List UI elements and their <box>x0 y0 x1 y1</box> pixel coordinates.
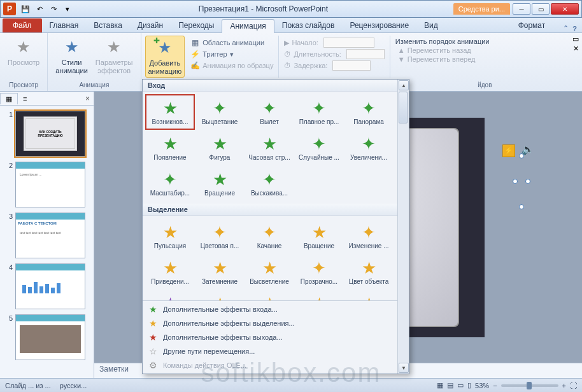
speaker-icon[interactable]: 🔈 <box>522 143 534 155</box>
close-panel-button[interactable]: × <box>82 94 94 103</box>
star-icon: ★ <box>260 259 279 278</box>
zoom-out-button[interactable]: − <box>493 382 497 389</box>
effect-grow-turn[interactable]: ✦Увеличени... <box>344 130 394 165</box>
effect-swivel[interactable]: ★Вращение <box>195 165 245 201</box>
tab-transitions[interactable]: Переходы <box>171 18 222 32</box>
more-exit-effects[interactable]: ★Дополнительные эффекты выхода... <box>143 330 409 344</box>
effect-bounce[interactable]: ✦Выскакива... <box>245 165 294 201</box>
effect-line-color[interactable]: ★Цвет линии <box>195 290 245 300</box>
effect-darken[interactable]: ★Затемнение <box>195 254 245 290</box>
effect-appear[interactable]: ★Возникнов... <box>145 94 195 130</box>
effect-object-color[interactable]: ★Цвет объекта <box>344 254 394 290</box>
duration-input[interactable] <box>346 49 385 59</box>
tab-insert[interactable]: Вставка <box>86 18 130 32</box>
help-icon[interactable]: ? <box>572 25 577 32</box>
delay-input[interactable] <box>332 60 371 71</box>
effect-wipe[interactable]: ★Появление <box>145 130 195 165</box>
tab-slideshow[interactable]: Показ слайдов <box>274 18 343 32</box>
zoom-level[interactable]: 53% <box>475 382 489 389</box>
effect-complementary[interactable]: ★Дополните... <box>145 290 195 300</box>
slides-tab[interactable]: ▦ <box>0 93 18 104</box>
scroll-down-button[interactable]: ▼ <box>399 363 409 373</box>
minimize-button[interactable]: ─ <box>513 3 530 15</box>
qat-customize-icon[interactable]: ▾ <box>62 3 73 15</box>
status-bar: Слайд ... из ... русски... ▦ ▤ ▭ ▯ 53% −… <box>0 378 582 392</box>
tab-view[interactable]: Вид <box>416 18 446 32</box>
effect-fly-in[interactable]: ✦Вылет <box>245 94 294 130</box>
star-icon: ✦ <box>309 135 329 154</box>
language-indicator[interactable]: русски... <box>60 382 87 389</box>
zoom-slider[interactable] <box>501 384 558 387</box>
outline-tab[interactable]: ≡ <box>18 94 32 104</box>
sorter-view-icon[interactable]: ▤ <box>447 381 453 389</box>
tab-design[interactable]: Дизайн <box>130 18 171 32</box>
minimize-ribbon-icon[interactable]: ⌃ <box>563 24 569 32</box>
effect-zoom[interactable]: ✦Масштабир... <box>145 165 195 201</box>
slide-thumb[interactable]: РАБОТА С ТЕКСТОМtext text text text text… <box>15 213 85 258</box>
start-dropdown[interactable] <box>323 38 374 48</box>
star-icon: ★ <box>160 99 180 118</box>
slide-thumb[interactable] <box>15 314 85 360</box>
emphasis-grid: ★Пульсация ✦Цветовая п... ✦Качание ★Вращ… <box>143 216 397 300</box>
undo-icon[interactable]: ↶ <box>34 3 45 15</box>
animation-tag-icon[interactable]: ⚡ <box>502 144 515 157</box>
effect-desaturate[interactable]: ★Приведени... <box>145 254 195 290</box>
effect-split[interactable]: ✦Панорама <box>344 94 394 130</box>
effect-color-pulse[interactable]: ✦Цветовая п... <box>195 218 245 254</box>
animation-painter-button[interactable]: ✍Анимация по образцу <box>187 60 276 71</box>
animation-pane-button[interactable]: ▦Область анимации <box>187 37 276 48</box>
move-earlier-button[interactable]: ▲Переместить назад <box>395 46 490 55</box>
slide-thumb[interactable]: КАК СОЗДАТЬ ПРЕЗЕНТАЦИЮ <box>15 111 85 157</box>
fit-button[interactable]: ⛶ <box>570 382 577 389</box>
effect-random-bars[interactable]: ✦Случайные ... <box>294 130 344 165</box>
add-animation-button[interactable]: ★✚ Добавить анимацию <box>145 36 185 78</box>
effect-brush-color[interactable]: ★Перекраши... <box>294 290 344 300</box>
maximize-button[interactable]: ▭ <box>532 3 550 15</box>
effect-pulse[interactable]: ★Пульсация <box>145 218 195 254</box>
effect-grow-shrink[interactable]: ✦Изменение ... <box>344 218 394 254</box>
scroll-up-button[interactable]: ▲ <box>399 80 409 90</box>
effect-fade[interactable]: ✦Выцветание <box>195 94 245 130</box>
preview-button[interactable]: ★ Просмотр <box>4 36 43 68</box>
tab-home[interactable]: Главная <box>42 18 87 32</box>
tab-review[interactable]: Рецензирование <box>342 18 416 32</box>
slide-thumb[interactable] <box>15 263 85 309</box>
close-button[interactable]: ✕ <box>551 3 579 15</box>
slide-indicator: Слайд ... из ... <box>5 382 51 389</box>
effect-float-in[interactable]: ✦Плавное пр... <box>294 94 344 130</box>
file-tab[interactable]: Файл <box>3 18 42 32</box>
effect-options-button[interactable]: ★ Параметры эффектов <box>92 36 137 76</box>
effect-wheel[interactable]: ★Часовая стр... <box>245 130 294 165</box>
slide-thumb[interactable]: Lorem ipsum ... <box>15 162 85 207</box>
animation-styles-button[interactable]: ★ Стили анимации <box>52 36 92 76</box>
effect-transparency[interactable]: ✦Прозрачно... <box>294 254 344 290</box>
scroll-thumb[interactable] <box>399 92 408 123</box>
effect-shape[interactable]: ★Фигура <box>195 130 245 165</box>
contextual-tab-drawing[interactable]: Средства ри... <box>453 3 510 15</box>
tab-format[interactable]: Формат <box>506 18 558 32</box>
more-emphasis-effects[interactable]: ★Дополнительные эффекты выделения... <box>143 316 409 330</box>
effect-font-color[interactable]: ★Цвет текста <box>344 290 394 300</box>
effect-lighten[interactable]: ★Высветление <box>245 254 294 290</box>
restore-child-button[interactable]: ▭ <box>571 34 581 44</box>
save-icon[interactable]: 💾 <box>20 3 31 15</box>
slideshow-view-icon[interactable]: ▯ <box>467 381 471 389</box>
effect-teeter[interactable]: ✦Качание <box>245 218 294 254</box>
normal-view-icon[interactable]: ▦ <box>437 381 443 389</box>
zoom-in-button[interactable]: + <box>562 382 566 389</box>
effect-fill-color[interactable]: ★Цвет заливки <box>245 290 294 300</box>
close-child-button[interactable]: ✕ <box>571 44 581 53</box>
title-bar: P 💾 ↶ ↷ ▾ Презентация1 - Microsoft Power… <box>0 0 582 18</box>
trigger-button[interactable]: ⚡Триггер ▾ <box>187 48 276 60</box>
redo-icon[interactable]: ↷ <box>48 3 59 15</box>
star-icon: ★ <box>210 295 229 301</box>
effect-spin[interactable]: ★Вращение <box>294 218 344 254</box>
star-icon: ★ <box>260 295 279 301</box>
more-motion-paths[interactable]: ☆Другие пути перемещения... <box>143 344 409 358</box>
move-later-button[interactable]: ▼Переместить вперед <box>395 55 490 64</box>
tab-animation[interactable]: Анимация <box>222 19 274 33</box>
more-entrance-effects[interactable]: ★Дополнительные эффекты входа... <box>143 302 409 316</box>
gallery-scrollbar[interactable]: ▲ ▼ <box>397 80 409 374</box>
reading-view-icon[interactable]: ▭ <box>457 381 464 389</box>
star-icon: ★ <box>160 295 180 301</box>
